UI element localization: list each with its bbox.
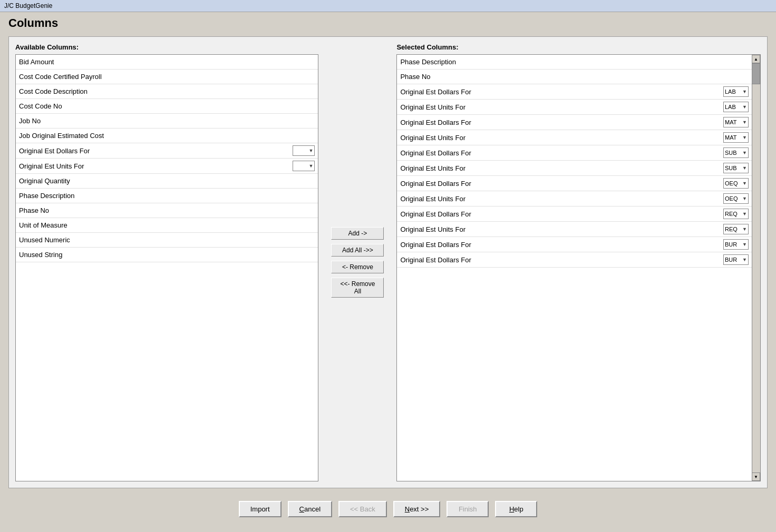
dropdown-arrow-icon: ▼: [742, 242, 747, 247]
dropdown-arrow-icon: ▼: [742, 150, 747, 155]
available-list-item[interactable]: Cost Code No: [16, 99, 318, 114]
selected-list-item-dropdown[interactable]: MAT▼: [723, 117, 749, 127]
main-container: Available Columns: Bid AmountCost Code C…: [0, 32, 776, 532]
available-list-item-text: Unit of Measure: [19, 221, 315, 229]
transfer-buttons: Add -> Add All ->> <- Remove <<- Remove …: [325, 43, 390, 481]
page-title: Columns: [0, 12, 776, 32]
selected-list-item-text: Original Est Dollars For: [400, 88, 721, 96]
dropdown-arrow-icon: ▼: [742, 89, 747, 94]
available-list-item[interactable]: Bid Amount: [16, 55, 318, 70]
available-columns-label: Available Columns:: [15, 43, 318, 51]
selected-list-item-text: Original Est Dollars For: [400, 180, 721, 188]
available-list-item[interactable]: Cost Code Description: [16, 84, 318, 99]
dropdown-arrow-icon: ▼: [742, 104, 747, 110]
selected-list-item[interactable]: Original Est Dollars ForLAB▼: [397, 84, 752, 100]
scrollbar-down-button[interactable]: ▼: [752, 472, 760, 481]
available-columns-list[interactable]: Bid AmountCost Code Certified PayrollCos…: [15, 54, 318, 481]
selected-list-item[interactable]: Original Est Dollars ForSUB▼: [397, 145, 752, 161]
app-title: J/C BudgetGenie: [4, 2, 52, 9]
selected-list-item[interactable]: Phase Description: [397, 55, 752, 70]
available-list-item[interactable]: Unused String: [16, 248, 318, 262]
available-list-item-text: Cost Code No: [19, 102, 315, 110]
back-button[interactable]: << Back: [338, 501, 387, 517]
selected-list-item-text: Phase Description: [400, 58, 749, 66]
add-button[interactable]: Add ->: [331, 227, 384, 240]
selected-list-item-dropdown[interactable]: BUR▼: [723, 254, 749, 265]
available-list-item[interactable]: Original Quantity: [16, 174, 318, 189]
available-list-item[interactable]: Original Est Units For▼: [16, 159, 318, 174]
available-list-item[interactable]: Job Original Estimated Cost: [16, 129, 318, 143]
dropdown-arrow-icon: ▼: [742, 257, 747, 262]
selected-list-item-dropdown[interactable]: BUR▼: [723, 239, 749, 250]
selected-columns-section: Selected Columns: Phase DescriptionPhase…: [396, 43, 761, 481]
selected-list-item[interactable]: Original Est Dollars ForREQ▼: [397, 206, 752, 222]
selected-list-item-text: Original Est Dollars For: [400, 210, 721, 218]
selected-list-item[interactable]: Phase No: [397, 70, 752, 84]
available-columns-section: Available Columns: Bid AmountCost Code C…: [15, 43, 318, 481]
selected-list-item-dropdown[interactable]: LAB▼: [723, 102, 749, 112]
selected-list-item-text: Original Est Dollars For: [400, 241, 721, 249]
available-list-item-dropdown[interactable]: ▼: [293, 161, 315, 171]
selected-columns-label: Selected Columns:: [396, 43, 761, 51]
selected-columns-list[interactable]: Phase DescriptionPhase NoOriginal Est Do…: [396, 54, 761, 481]
selected-list-item-dropdown[interactable]: SUB▼: [723, 147, 749, 158]
add-all-button[interactable]: Add All ->>: [331, 244, 384, 257]
selected-list-item-dropdown[interactable]: OEQ▼: [723, 193, 749, 204]
selected-list-item-dropdown[interactable]: SUB▼: [723, 163, 749, 173]
finish-button[interactable]: Finish: [447, 501, 489, 517]
selected-list-item-text: Original Est Units For: [400, 225, 721, 233]
selected-list-item-text: Original Est Dollars For: [400, 149, 721, 157]
columns-panel: Available Columns: Bid AmountCost Code C…: [8, 36, 768, 488]
dropdown-arrow-icon: ▼: [742, 181, 747, 186]
available-list-item-text: Job No: [19, 117, 315, 125]
selected-list-item[interactable]: Original Est Units ForOEQ▼: [397, 191, 752, 206]
available-list-item-text: Phase Description: [19, 192, 315, 200]
selected-list-item-dropdown[interactable]: REQ▼: [723, 224, 749, 234]
available-list-item[interactable]: Job No: [16, 114, 318, 129]
selected-list-item-text: Original Est Dollars For: [400, 119, 721, 126]
available-list-item-text: Bid Amount: [19, 58, 315, 66]
scrollbar-up-button[interactable]: ▲: [752, 55, 760, 63]
selected-list-item[interactable]: Original Est Dollars ForBUR▼: [397, 252, 752, 268]
selected-list-item[interactable]: Original Est Dollars ForMAT▼: [397, 115, 752, 130]
cancel-button[interactable]: Cancel: [288, 501, 332, 517]
available-list-item[interactable]: Cost Code Certified Payroll: [16, 70, 318, 84]
selected-list-item[interactable]: Original Est Units ForSUB▼: [397, 161, 752, 176]
remove-all-button[interactable]: <<- Remove All: [331, 278, 384, 298]
selected-list-item[interactable]: Original Est Units ForREQ▼: [397, 222, 752, 237]
available-list-item[interactable]: Phase No: [16, 203, 318, 218]
selected-list-item[interactable]: Original Est Units ForLAB▼: [397, 100, 752, 115]
dropdown-arrow-icon: ▼: [742, 211, 747, 216]
selected-list-item-text: Original Est Units For: [400, 103, 721, 111]
available-list-item[interactable]: Unit of Measure: [16, 218, 318, 233]
selected-list-item-dropdown[interactable]: REQ▼: [723, 209, 749, 219]
available-list-item-text: Unused String: [19, 251, 315, 259]
available-list-item-text: Original Quantity: [19, 177, 315, 185]
selected-list-item[interactable]: Original Est Units ForMAT▼: [397, 130, 752, 145]
help-button[interactable]: Help: [495, 501, 537, 517]
selected-list-item-dropdown[interactable]: LAB▼: [723, 86, 749, 97]
selected-list-item-text: Original Est Units For: [400, 195, 721, 203]
dropdown-arrow-icon: ▼: [309, 148, 314, 153]
available-list-item-text: Original Est Dollars For: [19, 147, 290, 155]
scrollbar-thumb[interactable]: [752, 63, 760, 84]
selected-list-item-dropdown[interactable]: OEQ▼: [723, 178, 749, 189]
next-button[interactable]: Next >>: [393, 501, 441, 517]
selected-list-item[interactable]: Original Est Dollars ForOEQ▼: [397, 176, 752, 191]
selected-list-item[interactable]: Original Est Dollars ForBUR▼: [397, 237, 752, 252]
selected-list-item-text: Original Est Dollars For: [400, 256, 721, 264]
available-list-item[interactable]: Phase Description: [16, 189, 318, 203]
import-button[interactable]: Import: [239, 501, 282, 517]
selected-list-item-text: Original Est Units For: [400, 164, 721, 172]
remove-button[interactable]: <- Remove: [331, 261, 384, 273]
footer-buttons: Import Cancel << Back Next >> Finish Hel…: [8, 492, 768, 528]
available-list-item[interactable]: Original Est Dollars For▼: [16, 143, 318, 159]
available-list-item-text: Phase No: [19, 206, 315, 214]
available-list-item-dropdown[interactable]: ▼: [293, 145, 315, 156]
dropdown-arrow-icon: ▼: [742, 196, 747, 201]
scrollbar[interactable]: ▲ ▼: [752, 55, 760, 481]
available-list-item[interactable]: Unused Numeric: [16, 233, 318, 248]
available-list-item-text: Cost Code Description: [19, 87, 315, 95]
dropdown-arrow-icon: ▼: [742, 135, 747, 140]
selected-list-item-dropdown[interactable]: MAT▼: [723, 132, 749, 143]
